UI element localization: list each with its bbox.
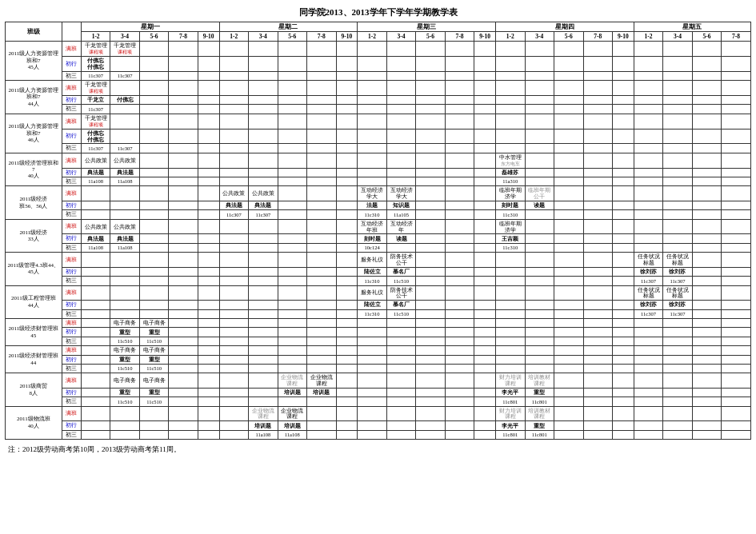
cell (198, 168, 219, 177)
cell (663, 201, 692, 210)
cell (663, 80, 692, 95)
type-label: 初三 (62, 177, 81, 186)
table-row: 初三 11a108 11a108 11a310 (6, 177, 751, 186)
cell (496, 80, 525, 95)
cell (583, 80, 612, 95)
cell (110, 210, 139, 219)
cell (554, 373, 583, 389)
cell (612, 430, 634, 439)
cell (583, 318, 612, 327)
cell (692, 364, 721, 373)
cell (81, 285, 110, 301)
cell (663, 177, 692, 186)
cell: 法题 (358, 201, 386, 210)
cell (496, 309, 525, 318)
cell (139, 301, 168, 309)
cell (169, 309, 198, 318)
cell (663, 71, 692, 80)
cell (198, 346, 219, 355)
cell (110, 80, 139, 95)
cell (198, 388, 219, 397)
cell (525, 364, 554, 373)
cell (198, 364, 219, 373)
cell (358, 421, 386, 430)
class-label: 2011级管理4.3班44、45人 (6, 253, 62, 285)
cell (445, 430, 474, 439)
cell (336, 253, 358, 268)
cell: 培训教材课程 (525, 406, 554, 421)
cell (416, 309, 445, 318)
slot-fri-1: 1-2 (634, 32, 662, 42)
cell (139, 210, 168, 219)
cell: 财力培训课程 (496, 406, 525, 421)
cell (474, 309, 496, 318)
cell (692, 105, 721, 114)
cell (336, 210, 358, 219)
cell (525, 95, 554, 104)
table-row: 初行 典法题 典法题 刻时题 读题 王吉颖 (6, 234, 751, 243)
type-label: 初行 (62, 95, 81, 104)
cell (445, 328, 474, 337)
type-label: 初行 (62, 234, 81, 243)
cell (496, 337, 525, 345)
cell: 重型 (110, 355, 139, 364)
cell (169, 177, 198, 186)
cell (139, 234, 168, 243)
cell (386, 42, 415, 57)
cell (445, 346, 474, 355)
slot-thu-4: 7-8 (583, 32, 612, 42)
cell (692, 219, 721, 234)
cell (445, 186, 474, 201)
cell: 培训题 (278, 421, 306, 430)
table-row: 初三 11c307 11c307 11c310 11a105 11c310 (6, 210, 751, 219)
slot-mon-4: 7-8 (169, 32, 198, 42)
cell (722, 186, 751, 201)
cell (474, 114, 496, 129)
cell (554, 421, 583, 430)
cell (139, 309, 168, 318)
class-label: 2011级人力资源管理班和746人 (6, 114, 62, 153)
cell (139, 80, 168, 95)
cell (307, 56, 336, 71)
cell (663, 129, 692, 144)
cell (249, 355, 278, 364)
cell (386, 71, 415, 80)
cell (219, 318, 248, 327)
table-row: 2011级物流班40人 满班 企业物流课程 企业物流课程 财力培训课程 培训教材… (6, 406, 751, 421)
class-label: 2011级商贸8人 (6, 373, 62, 406)
cell (169, 105, 198, 114)
header-tue: 星期二 (219, 22, 358, 32)
cell (358, 42, 386, 57)
type-label: 初三 (62, 210, 81, 219)
cell (81, 364, 110, 373)
cell (249, 56, 278, 71)
cell (139, 114, 168, 129)
cell (583, 42, 612, 57)
cell (554, 430, 583, 439)
cell (554, 144, 583, 153)
cell (198, 397, 219, 406)
cell (386, 144, 415, 153)
cell (525, 267, 554, 276)
cell (722, 80, 751, 95)
type-label: 满班 (62, 114, 81, 129)
cell (634, 346, 662, 355)
cell (219, 346, 248, 355)
cell (525, 309, 554, 318)
cell (278, 355, 306, 364)
cell: 典法题 (219, 201, 248, 210)
cell (474, 337, 496, 345)
cell (169, 253, 198, 268)
cell (358, 430, 386, 439)
cell (722, 243, 751, 252)
cell (583, 364, 612, 373)
cell (249, 168, 278, 177)
cell (663, 328, 692, 337)
cell (307, 168, 336, 177)
cell (358, 114, 386, 129)
slot-wed-2: 3-4 (386, 32, 415, 42)
cell (169, 153, 198, 168)
cell: 重型 (110, 388, 139, 397)
cell (722, 95, 751, 104)
cell (663, 234, 692, 243)
